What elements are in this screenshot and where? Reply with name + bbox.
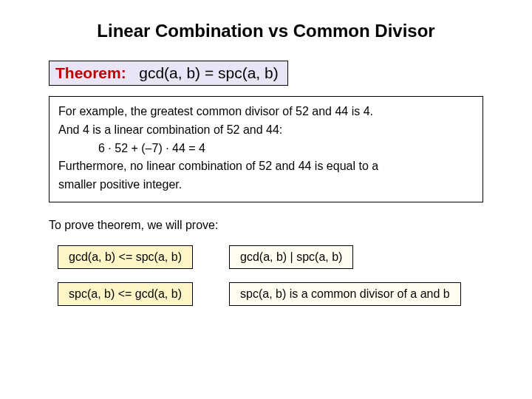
row-2: spc(a, b) <= gcd(a, b) spc(a, b) is a co… bbox=[49, 282, 483, 306]
col-left-1: gcd(a, b) <= spc(a, b) bbox=[49, 245, 189, 269]
theorem-label: Theorem: bbox=[55, 64, 126, 81]
theorem-box: Theorem: gcd(a, b) = spc(a, b) bbox=[49, 61, 288, 86]
slide: Linear Combination vs Common Divisor The… bbox=[0, 0, 532, 334]
slide-title: Linear Combination vs Common Divisor bbox=[44, 21, 488, 41]
example-line-4: smaller positive integer. bbox=[58, 176, 474, 194]
example-line-1: For example, the greatest common divisor… bbox=[58, 103, 474, 121]
box-spc-common-divisor: spc(a, b) is a common divisor of a and b bbox=[229, 282, 461, 306]
theorem-eq-text: gcd(a, b) = spc(a, b) bbox=[139, 64, 279, 81]
box-gcd-divides-spc: gcd(a, b) | spc(a, b) bbox=[229, 245, 353, 269]
prove-intro: To prove theorem, we will prove: bbox=[49, 219, 483, 232]
example-line-3: Furthermore, no linear combination of 52… bbox=[58, 157, 474, 176]
example-box: For example, the greatest common divisor… bbox=[49, 96, 483, 202]
example-calc: 6 · 52 + (–7) · 44 = 4 bbox=[58, 140, 474, 158]
example-line-2: And 4 is a linear combination of 52 and … bbox=[58, 121, 474, 140]
box-spc-le-gcd: spc(a, b) <= gcd(a, b) bbox=[58, 282, 193, 306]
box-gcd-le-spc: gcd(a, b) <= spc(a, b) bbox=[58, 245, 193, 269]
col-left-2: spc(a, b) <= gcd(a, b) bbox=[49, 282, 189, 306]
theorem-equation: gcd(a, b) = spc(a, b) bbox=[131, 64, 279, 81]
row-1: gcd(a, b) <= spc(a, b) gcd(a, b) | spc(a… bbox=[49, 245, 483, 269]
